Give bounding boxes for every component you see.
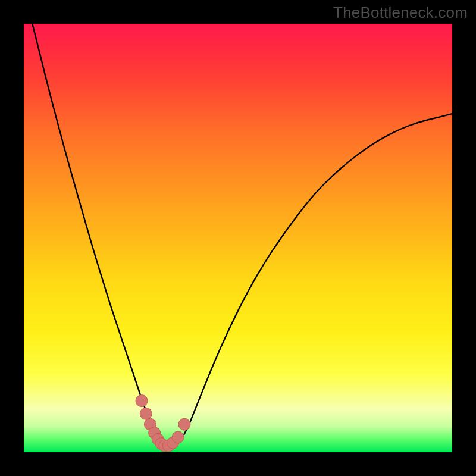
trough-marker xyxy=(178,418,190,430)
trough-marker xyxy=(172,431,184,443)
trough-markers xyxy=(136,395,190,452)
chart-frame: TheBottleneck.com xyxy=(0,0,476,476)
trough-marker xyxy=(136,395,148,407)
trough-marker xyxy=(140,408,152,419)
bottleneck-curve-svg xyxy=(24,24,452,452)
bottleneck-curve xyxy=(24,0,452,448)
watermark-text: TheBottleneck.com xyxy=(333,4,468,22)
plot-area xyxy=(24,24,452,452)
